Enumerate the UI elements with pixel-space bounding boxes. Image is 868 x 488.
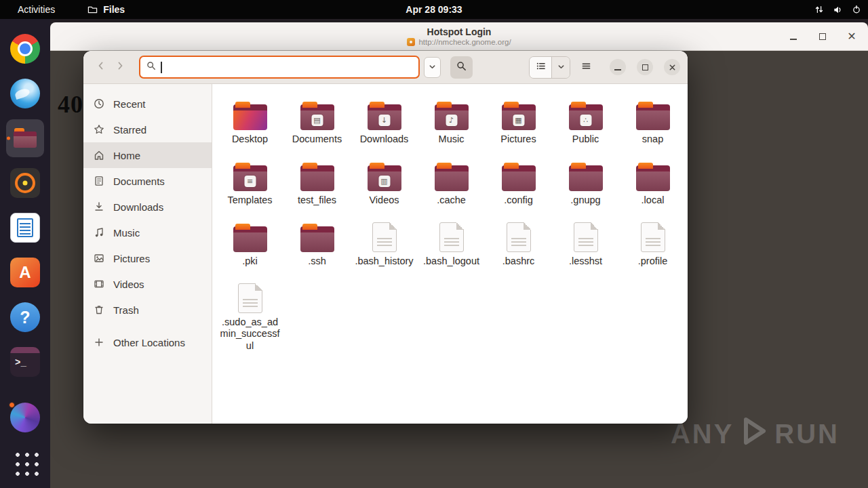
- clock-icon: [94, 98, 104, 109]
- grid-item-downloads[interactable]: ↓Downloads: [351, 91, 418, 152]
- terminal-icon: [10, 347, 40, 377]
- dock-user-avatar[interactable]: [6, 399, 44, 436]
- dock-app-grid[interactable]: [6, 443, 44, 481]
- dock-thunderbird[interactable]: [6, 75, 44, 113]
- sidebar-item-recent[interactable]: Recent: [83, 91, 212, 117]
- files-headerbar[interactable]: [83, 51, 688, 84]
- folder-icon: [636, 163, 670, 191]
- sidebar-item-downloads[interactable]: Downloads: [83, 194, 212, 220]
- anyrun-watermark: ANY RUN: [671, 415, 840, 453]
- focused-app-menu[interactable]: Files: [87, 4, 125, 15]
- grid-item-config[interactable]: .config: [485, 152, 552, 213]
- text-file-icon: [372, 222, 397, 252]
- minimize-button[interactable]: [610, 59, 626, 75]
- sidebar-item-label: Documents: [113, 176, 165, 187]
- main-menu-button[interactable]: [574, 56, 597, 79]
- sidebar-item-other-locations[interactable]: Other Locations: [83, 329, 212, 355]
- dock-app-center[interactable]: [6, 253, 44, 291]
- sidebar-item-pictures[interactable]: Pictures: [83, 245, 212, 271]
- sidebar-item-documents[interactable]: Documents: [83, 168, 212, 194]
- folder-icon: ≡: [233, 163, 267, 191]
- grid-item-local[interactable]: .local: [619, 152, 686, 213]
- file-grid: Desktop▤Documents↓Downloads♪Music▦Pictur…: [216, 91, 688, 359]
- clock[interactable]: Apr 28 09:33: [406, 4, 462, 15]
- maximize-button[interactable]: [637, 59, 653, 75]
- grid-item-lesshst[interactable]: .lesshst: [552, 213, 619, 274]
- files-window: RecentStarredHomeDocumentsDownloadsMusic…: [83, 51, 688, 424]
- grid-item-videos[interactable]: ▥Videos: [351, 152, 418, 213]
- hotspot-minimize-button[interactable]: [788, 31, 799, 42]
- hotspot-maximize-button[interactable]: [817, 31, 828, 42]
- grid-item-bash-logout[interactable]: .bash_logout: [418, 213, 485, 274]
- dock-terminal[interactable]: [6, 343, 44, 381]
- list-view-button[interactable]: [530, 57, 552, 78]
- sidebar-item-music[interactable]: Music: [83, 220, 212, 245]
- files-app-icon: [87, 5, 98, 15]
- list-view-icon: [536, 61, 546, 74]
- dock-files[interactable]: [6, 119, 44, 157]
- minimize-icon: [614, 69, 621, 70]
- grid-item-templates[interactable]: ≡Templates: [216, 152, 283, 213]
- grid-item-pki[interactable]: .pki: [216, 213, 283, 274]
- grid-item-sudo-as-admin-successful[interactable]: .sudo_as_admin_successful: [216, 274, 283, 358]
- close-button[interactable]: [664, 59, 680, 75]
- sidebar-item-label: Trash: [113, 304, 139, 316]
- emblem-template-icon: ≡: [244, 176, 256, 187]
- system-tray[interactable]: [814, 0, 861, 19]
- dock-help[interactable]: [6, 298, 44, 336]
- activities-button[interactable]: Activities: [14, 3, 59, 16]
- forward-button[interactable]: [111, 58, 130, 77]
- dock: [0, 19, 50, 488]
- grid-item-bash-history[interactable]: .bash_history: [351, 213, 418, 274]
- file-label: Documents: [292, 134, 342, 145]
- file-label: Public: [572, 134, 599, 145]
- search-options-dropdown[interactable]: [424, 57, 441, 78]
- dock-chrome[interactable]: [6, 30, 44, 68]
- folder-icon: [233, 102, 267, 130]
- file-label: .bash_logout: [423, 256, 479, 267]
- view-switcher: [529, 56, 570, 79]
- grid-item-profile[interactable]: .profile: [619, 213, 686, 274]
- sidebar-item-starred[interactable]: Starred: [83, 117, 212, 142]
- grid-item-public[interactable]: ∴Public: [552, 91, 619, 152]
- grid-item-gnupg[interactable]: .gnupg: [552, 152, 619, 213]
- file-label: Pictures: [500, 134, 536, 145]
- grid-item-documents[interactable]: ▤Documents: [283, 91, 351, 152]
- chevron-down-icon: [429, 61, 436, 73]
- sidebar-item-trash[interactable]: Trash: [83, 297, 212, 323]
- folder-icon: [300, 163, 334, 191]
- dock-rhythmbox[interactable]: [6, 164, 44, 202]
- files-icon: [10, 123, 40, 153]
- folder-icon: ▦: [502, 102, 536, 130]
- back-button[interactable]: [92, 58, 111, 77]
- search-input[interactable]: [162, 62, 412, 73]
- grid-item-pictures[interactable]: ▦Pictures: [485, 91, 552, 152]
- top-bar: Activities Files Apr 28 09:33: [0, 0, 868, 19]
- search-toggle-button[interactable]: [450, 56, 473, 79]
- dock-libreoffice-writer[interactable]: [6, 209, 44, 247]
- hotspot-titlebar[interactable]: Hotspot Login http://nmcheck.gnome.org/ …: [50, 22, 868, 51]
- search-input-wrapper[interactable]: [139, 56, 420, 79]
- hotspot-close-button[interactable]: ✕: [846, 31, 857, 42]
- app-grid-icon: [12, 449, 39, 476]
- grid-item-snap[interactable]: snap: [619, 91, 686, 152]
- sidebar-item-home[interactable]: Home: [83, 142, 212, 168]
- grid-item-bashrc[interactable]: .bashrc: [485, 213, 552, 274]
- file-browser-pane[interactable]: Desktop▤Documents↓Downloads♪Music▦Pictur…: [212, 84, 688, 424]
- grid-item-music[interactable]: ♪Music: [418, 91, 485, 152]
- sidebar-item-label: Recent: [113, 98, 146, 110]
- grid-item-cache[interactable]: .cache: [418, 152, 485, 213]
- grid-item-ssh[interactable]: .ssh: [283, 213, 351, 274]
- view-options-dropdown[interactable]: [552, 57, 570, 78]
- file-label: .pki: [242, 256, 258, 267]
- sidebar-item-videos[interactable]: Videos: [83, 271, 212, 297]
- folder-icon: [435, 163, 469, 191]
- libreoffice-writer-icon: [10, 213, 40, 243]
- home-icon: [94, 150, 104, 161]
- file-label: .config: [504, 195, 533, 206]
- grid-item-test-files[interactable]: test_files: [283, 152, 351, 213]
- folder-icon: ♪: [435, 102, 469, 130]
- grid-item-desktop[interactable]: Desktop: [216, 91, 283, 152]
- sidebar-item-label: Downloads: [113, 201, 163, 213]
- volume-icon: [833, 5, 843, 15]
